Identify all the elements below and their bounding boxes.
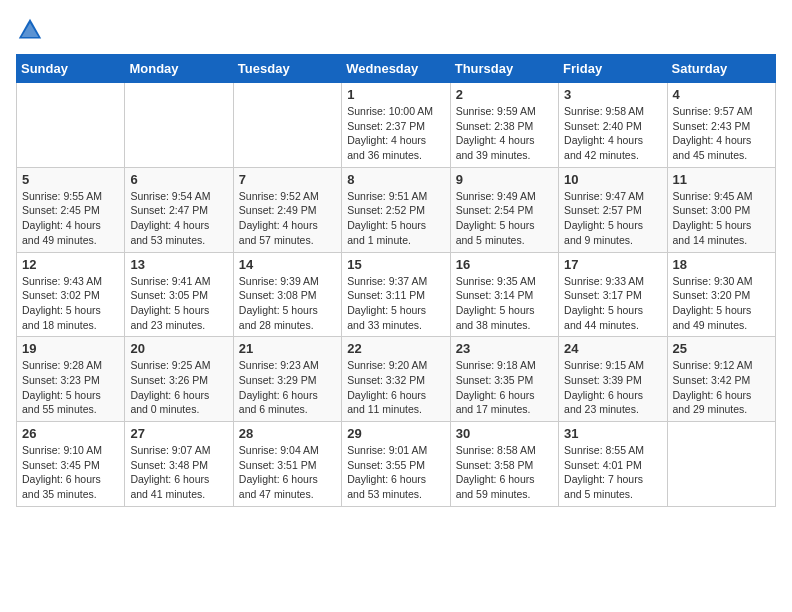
day-number: 9 xyxy=(456,172,553,187)
calendar-cell xyxy=(233,83,341,168)
calendar-cell: 19Sunrise: 9:28 AM Sunset: 3:23 PM Dayli… xyxy=(17,337,125,422)
day-info: Sunrise: 9:49 AM Sunset: 2:54 PM Dayligh… xyxy=(456,189,553,248)
day-number: 20 xyxy=(130,341,227,356)
weekday-header: Friday xyxy=(559,55,667,83)
calendar-week-row: 1Sunrise: 10:00 AM Sunset: 2:37 PM Dayli… xyxy=(17,83,776,168)
calendar-cell: 16Sunrise: 9:35 AM Sunset: 3:14 PM Dayli… xyxy=(450,252,558,337)
calendar-week-row: 5Sunrise: 9:55 AM Sunset: 2:45 PM Daylig… xyxy=(17,167,776,252)
day-info: Sunrise: 9:01 AM Sunset: 3:55 PM Dayligh… xyxy=(347,443,444,502)
day-info: Sunrise: 9:33 AM Sunset: 3:17 PM Dayligh… xyxy=(564,274,661,333)
day-info: Sunrise: 9:30 AM Sunset: 3:20 PM Dayligh… xyxy=(673,274,770,333)
day-info: Sunrise: 8:55 AM Sunset: 4:01 PM Dayligh… xyxy=(564,443,661,502)
day-info: Sunrise: 9:20 AM Sunset: 3:32 PM Dayligh… xyxy=(347,358,444,417)
day-info: Sunrise: 9:37 AM Sunset: 3:11 PM Dayligh… xyxy=(347,274,444,333)
calendar-week-row: 26Sunrise: 9:10 AM Sunset: 3:45 PM Dayli… xyxy=(17,422,776,507)
day-info: Sunrise: 9:41 AM Sunset: 3:05 PM Dayligh… xyxy=(130,274,227,333)
day-number: 14 xyxy=(239,257,336,272)
calendar-cell xyxy=(125,83,233,168)
calendar-cell: 18Sunrise: 9:30 AM Sunset: 3:20 PM Dayli… xyxy=(667,252,775,337)
day-number: 26 xyxy=(22,426,119,441)
day-number: 10 xyxy=(564,172,661,187)
calendar-cell: 9Sunrise: 9:49 AM Sunset: 2:54 PM Daylig… xyxy=(450,167,558,252)
day-number: 2 xyxy=(456,87,553,102)
day-info: Sunrise: 9:25 AM Sunset: 3:26 PM Dayligh… xyxy=(130,358,227,417)
calendar-cell: 29Sunrise: 9:01 AM Sunset: 3:55 PM Dayli… xyxy=(342,422,450,507)
day-number: 18 xyxy=(673,257,770,272)
calendar-header-row: SundayMondayTuesdayWednesdayThursdayFrid… xyxy=(17,55,776,83)
day-info: Sunrise: 9:47 AM Sunset: 2:57 PM Dayligh… xyxy=(564,189,661,248)
calendar-cell: 14Sunrise: 9:39 AM Sunset: 3:08 PM Dayli… xyxy=(233,252,341,337)
logo xyxy=(16,16,48,44)
calendar-cell: 8Sunrise: 9:51 AM Sunset: 2:52 PM Daylig… xyxy=(342,167,450,252)
day-number: 31 xyxy=(564,426,661,441)
day-number: 24 xyxy=(564,341,661,356)
day-number: 30 xyxy=(456,426,553,441)
day-number: 12 xyxy=(22,257,119,272)
calendar-cell: 26Sunrise: 9:10 AM Sunset: 3:45 PM Dayli… xyxy=(17,422,125,507)
day-number: 3 xyxy=(564,87,661,102)
day-number: 19 xyxy=(22,341,119,356)
day-info: Sunrise: 9:10 AM Sunset: 3:45 PM Dayligh… xyxy=(22,443,119,502)
calendar-cell: 23Sunrise: 9:18 AM Sunset: 3:35 PM Dayli… xyxy=(450,337,558,422)
day-info: Sunrise: 9:57 AM Sunset: 2:43 PM Dayligh… xyxy=(673,104,770,163)
day-info: Sunrise: 9:15 AM Sunset: 3:39 PM Dayligh… xyxy=(564,358,661,417)
calendar-cell: 30Sunrise: 8:58 AM Sunset: 3:58 PM Dayli… xyxy=(450,422,558,507)
calendar-cell: 5Sunrise: 9:55 AM Sunset: 2:45 PM Daylig… xyxy=(17,167,125,252)
calendar-cell xyxy=(17,83,125,168)
calendar-cell: 27Sunrise: 9:07 AM Sunset: 3:48 PM Dayli… xyxy=(125,422,233,507)
day-info: Sunrise: 9:59 AM Sunset: 2:38 PM Dayligh… xyxy=(456,104,553,163)
calendar-cell: 21Sunrise: 9:23 AM Sunset: 3:29 PM Dayli… xyxy=(233,337,341,422)
calendar-cell: 20Sunrise: 9:25 AM Sunset: 3:26 PM Dayli… xyxy=(125,337,233,422)
weekday-header: Sunday xyxy=(17,55,125,83)
day-number: 28 xyxy=(239,426,336,441)
calendar-cell: 10Sunrise: 9:47 AM Sunset: 2:57 PM Dayli… xyxy=(559,167,667,252)
day-info: Sunrise: 9:23 AM Sunset: 3:29 PM Dayligh… xyxy=(239,358,336,417)
day-number: 23 xyxy=(456,341,553,356)
day-info: Sunrise: 9:39 AM Sunset: 3:08 PM Dayligh… xyxy=(239,274,336,333)
calendar-cell: 6Sunrise: 9:54 AM Sunset: 2:47 PM Daylig… xyxy=(125,167,233,252)
day-info: Sunrise: 9:07 AM Sunset: 3:48 PM Dayligh… xyxy=(130,443,227,502)
calendar-week-row: 19Sunrise: 9:28 AM Sunset: 3:23 PM Dayli… xyxy=(17,337,776,422)
day-number: 6 xyxy=(130,172,227,187)
weekday-header: Tuesday xyxy=(233,55,341,83)
calendar-cell: 4Sunrise: 9:57 AM Sunset: 2:43 PM Daylig… xyxy=(667,83,775,168)
day-info: Sunrise: 9:12 AM Sunset: 3:42 PM Dayligh… xyxy=(673,358,770,417)
day-number: 11 xyxy=(673,172,770,187)
calendar-cell: 3Sunrise: 9:58 AM Sunset: 2:40 PM Daylig… xyxy=(559,83,667,168)
day-info: Sunrise: 10:00 AM Sunset: 2:37 PM Daylig… xyxy=(347,104,444,163)
weekday-header: Saturday xyxy=(667,55,775,83)
calendar-cell: 2Sunrise: 9:59 AM Sunset: 2:38 PM Daylig… xyxy=(450,83,558,168)
day-info: Sunrise: 8:58 AM Sunset: 3:58 PM Dayligh… xyxy=(456,443,553,502)
calendar-cell: 25Sunrise: 9:12 AM Sunset: 3:42 PM Dayli… xyxy=(667,337,775,422)
calendar-cell: 7Sunrise: 9:52 AM Sunset: 2:49 PM Daylig… xyxy=(233,167,341,252)
calendar-week-row: 12Sunrise: 9:43 AM Sunset: 3:02 PM Dayli… xyxy=(17,252,776,337)
weekday-header: Wednesday xyxy=(342,55,450,83)
day-info: Sunrise: 9:43 AM Sunset: 3:02 PM Dayligh… xyxy=(22,274,119,333)
day-info: Sunrise: 9:18 AM Sunset: 3:35 PM Dayligh… xyxy=(456,358,553,417)
day-number: 27 xyxy=(130,426,227,441)
day-info: Sunrise: 9:45 AM Sunset: 3:00 PM Dayligh… xyxy=(673,189,770,248)
day-number: 17 xyxy=(564,257,661,272)
day-number: 4 xyxy=(673,87,770,102)
day-number: 7 xyxy=(239,172,336,187)
weekday-header: Thursday xyxy=(450,55,558,83)
day-number: 16 xyxy=(456,257,553,272)
day-number: 8 xyxy=(347,172,444,187)
day-info: Sunrise: 9:51 AM Sunset: 2:52 PM Dayligh… xyxy=(347,189,444,248)
logo-icon xyxy=(16,16,44,44)
page-header xyxy=(16,16,776,44)
day-number: 29 xyxy=(347,426,444,441)
day-info: Sunrise: 9:54 AM Sunset: 2:47 PM Dayligh… xyxy=(130,189,227,248)
day-info: Sunrise: 9:52 AM Sunset: 2:49 PM Dayligh… xyxy=(239,189,336,248)
day-number: 1 xyxy=(347,87,444,102)
day-number: 5 xyxy=(22,172,119,187)
day-info: Sunrise: 9:35 AM Sunset: 3:14 PM Dayligh… xyxy=(456,274,553,333)
day-number: 22 xyxy=(347,341,444,356)
day-number: 15 xyxy=(347,257,444,272)
day-info: Sunrise: 9:55 AM Sunset: 2:45 PM Dayligh… xyxy=(22,189,119,248)
calendar-cell: 11Sunrise: 9:45 AM Sunset: 3:00 PM Dayli… xyxy=(667,167,775,252)
calendar-cell: 13Sunrise: 9:41 AM Sunset: 3:05 PM Dayli… xyxy=(125,252,233,337)
day-info: Sunrise: 9:04 AM Sunset: 3:51 PM Dayligh… xyxy=(239,443,336,502)
calendar-cell: 17Sunrise: 9:33 AM Sunset: 3:17 PM Dayli… xyxy=(559,252,667,337)
calendar-cell: 28Sunrise: 9:04 AM Sunset: 3:51 PM Dayli… xyxy=(233,422,341,507)
